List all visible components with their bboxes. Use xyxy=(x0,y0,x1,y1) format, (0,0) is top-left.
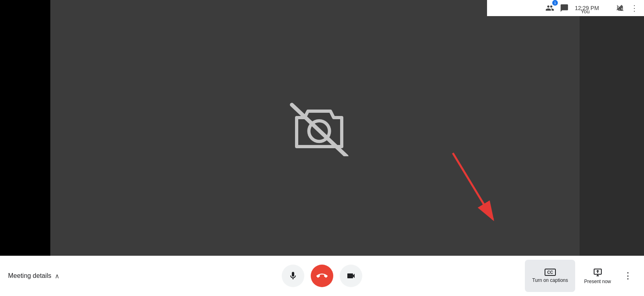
camera-button[interactable] xyxy=(340,265,362,287)
cc-icon: CC xyxy=(545,269,556,276)
chat-icon xyxy=(560,4,569,12)
present-icon xyxy=(593,267,603,277)
more-options-top-button[interactable]: ⋮ xyxy=(628,2,641,14)
captions-button[interactable]: CC Turn on captions xyxy=(525,260,575,292)
mic-icon xyxy=(288,271,298,281)
left-sidebar xyxy=(0,0,50,296)
chevron-up-icon: ∧ xyxy=(55,272,60,280)
participant-badge: 1 xyxy=(552,0,558,6)
microphone-button[interactable] xyxy=(282,265,304,287)
more-options-bottom-button[interactable]: ⋮ xyxy=(620,268,636,284)
right-controls: CC Turn on captions Present now ⋮ xyxy=(525,260,636,292)
camera-icon xyxy=(346,271,356,281)
bottom-bar: Meeting details ∧ CC Turn on captions xyxy=(0,256,644,296)
camera-disabled-icon xyxy=(616,4,624,12)
center-controls xyxy=(282,265,362,287)
captions-label: Turn on captions xyxy=(532,277,568,283)
present-now-button[interactable]: Present now xyxy=(577,260,618,292)
top-bar: 1 12:29 PM You ⋮ xyxy=(487,0,644,16)
participants-button[interactable]: 1 xyxy=(543,2,556,14)
present-now-label: Present now xyxy=(584,279,611,284)
main-video-area xyxy=(50,0,588,256)
svg-line-3 xyxy=(453,153,493,219)
camera-off-indicator xyxy=(613,2,626,14)
more-dots-icon: ⋮ xyxy=(623,271,632,280)
meeting-details-label: Meeting details xyxy=(8,272,52,279)
meeting-details-button[interactable]: Meeting details ∧ xyxy=(8,272,60,280)
end-call-button[interactable] xyxy=(311,265,333,287)
right-panel xyxy=(580,16,644,256)
end-call-icon xyxy=(316,270,328,282)
chat-button[interactable] xyxy=(558,2,571,14)
you-label: You xyxy=(581,8,590,14)
camera-off-icon xyxy=(287,100,351,156)
